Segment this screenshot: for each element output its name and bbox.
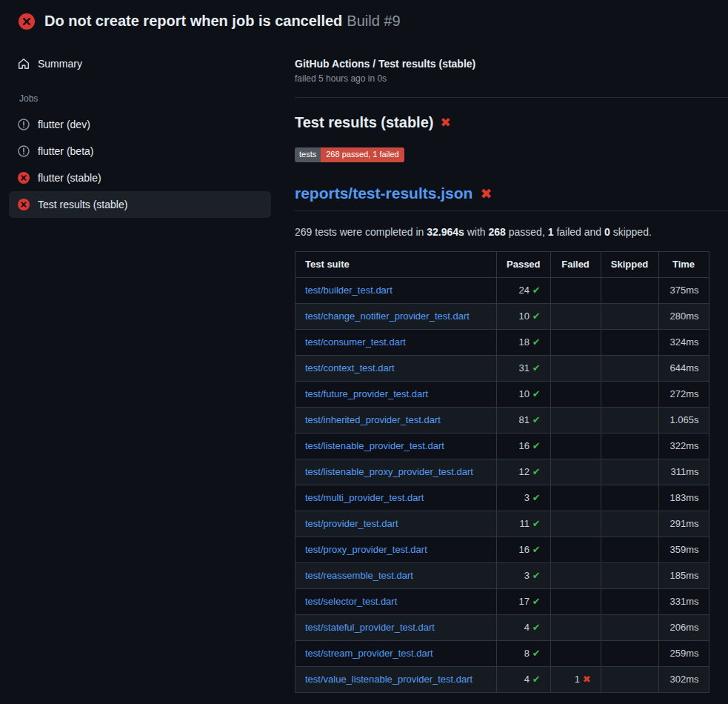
job-label: Test results (stable) — [38, 199, 127, 210]
badge-label: tests — [295, 147, 321, 162]
col-header-skipped: Skipped — [601, 252, 658, 278]
run-build-number: Build #9 — [347, 13, 400, 29]
failed-cell — [550, 485, 601, 511]
job-label: flutter (stable) — [38, 172, 101, 184]
test-suite-cell: test/listenable_provider_test.dart — [295, 434, 497, 459]
test-suite-link[interactable]: test/proxy_provider_test.dart — [305, 544, 427, 555]
failed-status-icon — [19, 13, 35, 30]
failed-cell — [550, 615, 601, 641]
sidebar-item-summary[interactable]: Summary — [9, 50, 271, 77]
time-cell: 183ms — [658, 485, 709, 511]
test-suite-link[interactable]: test/stateful_provider_test.dart — [305, 622, 435, 633]
test-suite-link[interactable]: test/change_notifier_provider_test.dart — [305, 311, 470, 322]
report-file-link[interactable]: reports/test-results.json — [295, 185, 472, 202]
test-suite-cell: test/inherited_provider_test.dart — [295, 408, 497, 434]
sidebar-item-job[interactable]: flutter (stable) — [9, 165, 271, 191]
skipped-cell — [601, 667, 658, 693]
failed-cell — [550, 304, 601, 330]
sidebar-item-job[interactable]: Test results (stable) — [9, 191, 271, 218]
skipped-cell — [601, 563, 658, 589]
passed-cell: 10 ✔ — [497, 382, 551, 408]
time-cell: 359ms — [658, 537, 709, 563]
check-icon: ✔ — [532, 492, 541, 503]
failed-icon — [18, 199, 30, 210]
passed-cell: 11 ✔ — [497, 511, 551, 537]
summary-duration: 32.964s — [427, 226, 464, 238]
passed-cell: 18 ✔ — [497, 330, 551, 356]
test-suite-cell: test/proxy_provider_test.dart — [295, 537, 497, 563]
time-cell: 185ms — [658, 563, 709, 589]
test-suite-link[interactable]: test/value_listenable_provider_test.dart — [305, 674, 472, 685]
failed-cell — [550, 278, 601, 304]
test-suite-cell: test/value_listenable_provider_test.dart — [295, 667, 497, 693]
jobs-section-label: Jobs — [7, 77, 273, 111]
failed-cell — [550, 563, 601, 589]
test-suite-link[interactable]: test/reassemble_test.dart — [305, 570, 413, 581]
table-row: test/change_notifier_provider_test.dart1… — [295, 304, 709, 330]
skipped-cell — [601, 641, 658, 667]
table-row: test/builder_test.dart24 ✔375ms — [295, 278, 709, 304]
failed-cell — [550, 511, 601, 537]
failed-x-icon: ✖ — [440, 116, 450, 129]
test-suite-cell: test/consumer_test.dart — [295, 330, 497, 356]
failed-cell — [550, 589, 601, 615]
col-header-passed: Passed — [497, 252, 551, 278]
skipped-cell — [601, 330, 658, 356]
test-suite-link[interactable]: test/stream_provider_test.dart — [305, 648, 433, 659]
test-suite-link[interactable]: test/provider_test.dart — [305, 518, 398, 529]
test-suite-link[interactable]: test/selector_test.dart — [305, 596, 397, 607]
table-row: test/value_listenable_provider_test.dart… — [295, 667, 709, 693]
check-icon: ✔ — [532, 440, 541, 451]
test-suite-link[interactable]: test/listenable_provider_test.dart — [305, 440, 444, 451]
skipped-cell — [601, 434, 658, 459]
test-suite-link[interactable]: test/builder_test.dart — [305, 285, 393, 296]
passed-cell: 3 ✔ — [497, 563, 551, 589]
failed-cell — [550, 459, 601, 485]
check-icon: ✔ — [532, 674, 541, 685]
test-suite-cell: test/stateful_provider_test.dart — [295, 615, 497, 641]
sidebar-item-job[interactable]: flutter (dev) — [9, 111, 271, 138]
passed-cell: 16 ✔ — [497, 537, 551, 563]
run-title: Do not create report when job is cancell… — [44, 13, 342, 29]
passed-cell: 17 ✔ — [497, 589, 551, 615]
check-icon: ✔ — [532, 518, 541, 529]
skipped-cell — [601, 537, 658, 563]
test-suite-link[interactable]: test/future_provider_test.dart — [305, 388, 428, 399]
test-suite-cell: test/future_provider_test.dart — [295, 382, 497, 408]
tests-badge: tests 268 passed, 1 failed — [295, 147, 404, 162]
passed-cell: 31 ✔ — [497, 356, 551, 382]
skipped-cell — [601, 615, 658, 641]
summary-skipped-count: 0 — [604, 226, 610, 238]
skipped-cell — [601, 485, 658, 511]
workflow-run-page: Do not create report when job is cancell… — [0, 0, 728, 704]
time-cell: 644ms — [658, 356, 709, 382]
time-cell: 280ms — [658, 304, 709, 330]
test-suite-link[interactable]: test/listenable_proxy_provider_test.dart — [305, 466, 473, 477]
failed-x-icon: ✖ — [480, 187, 492, 201]
failed-cell — [550, 641, 601, 667]
results-table-body: test/builder_test.dart24 ✔375mstest/chan… — [295, 278, 709, 693]
skipped-cell — [601, 459, 658, 485]
test-suite-link[interactable]: test/multi_provider_test.dart — [305, 492, 424, 503]
test-suite-cell: test/multi_provider_test.dart — [295, 485, 497, 511]
table-row: test/multi_provider_test.dart3 ✔183ms — [295, 485, 709, 511]
main-content: GitHub Actions / Test results (stable) f… — [283, 40, 728, 704]
failed-cell — [550, 330, 601, 356]
test-suite-link[interactable]: test/inherited_provider_test.dart — [305, 414, 441, 425]
job-label: flutter (dev) — [38, 119, 90, 130]
x-icon: ✖ — [583, 674, 591, 685]
sidebar-item-job[interactable]: flutter (beta) — [9, 138, 271, 165]
skipped-cell — [601, 278, 658, 304]
time-cell: 291ms — [658, 511, 709, 537]
passed-cell: 8 ✔ — [497, 641, 551, 667]
section-title: Test results (stable) ✖ — [295, 114, 728, 131]
test-suite-link[interactable]: test/consumer_test.dart — [305, 336, 406, 348]
table-row: test/consumer_test.dart18 ✔324ms — [295, 330, 709, 356]
sidebar: Summary Jobs flutter (dev)flutter (beta)… — [0, 40, 283, 704]
table-row: test/context_test.dart31 ✔644ms — [295, 356, 709, 382]
table-row: test/inherited_provider_test.dart81 ✔1.0… — [295, 408, 709, 434]
test-suite-link[interactable]: test/context_test.dart — [305, 362, 395, 373]
table-header-row: Test suite Passed Failed Skipped Time — [295, 252, 709, 278]
check-icon: ✔ — [532, 311, 541, 322]
passed-cell: 4 ✔ — [497, 615, 551, 641]
